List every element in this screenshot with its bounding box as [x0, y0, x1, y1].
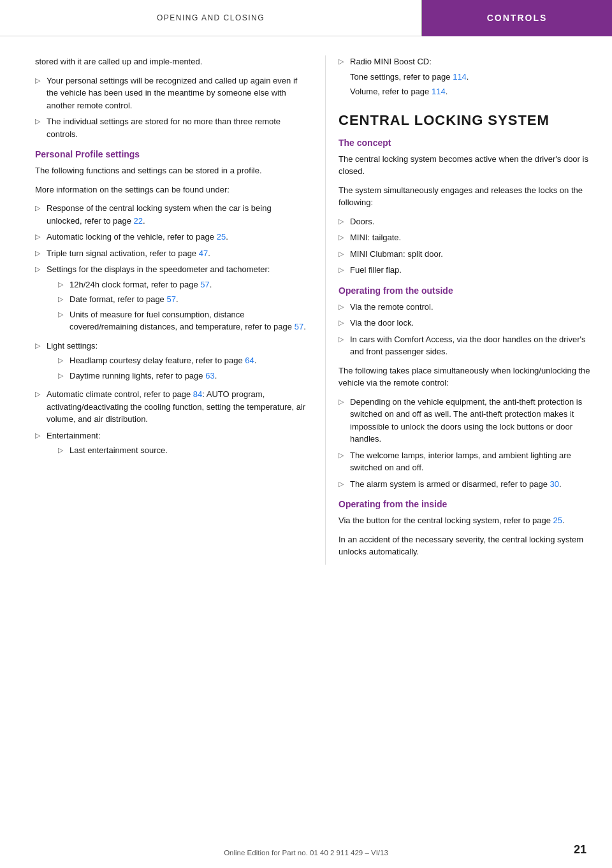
- list-item: ▷ Entertainment: ▷ Last entertainment so…: [35, 430, 306, 459]
- bullet-arrow-icon: ▷: [339, 396, 350, 407]
- list-item: ▷ Via the remote control.: [339, 301, 593, 314]
- page-number: 21: [574, 843, 586, 857]
- intro-text: stored with it are called up and imple-m…: [35, 55, 306, 68]
- page-link[interactable]: 84: [193, 389, 202, 399]
- bullet-text: 12h/24h clock format, refer to page 57.: [69, 278, 306, 291]
- bullet-text: Automatic climate control, refer to page…: [47, 388, 306, 426]
- bullet-arrow-icon: ▷: [35, 430, 47, 441]
- bullet-arrow-icon: ▷: [339, 334, 350, 345]
- list-item: ▷ Via the door lock.: [339, 317, 593, 329]
- page-header: OPENING AND CLOSING CONTROLS: [0, 0, 612, 36]
- page-link[interactable]: 64: [245, 356, 254, 365]
- page-link[interactable]: 57: [166, 294, 175, 304]
- operating-outside-text: The following takes place simultaneously…: [339, 365, 593, 389]
- personal-profile-heading: Personal Profile settings: [35, 149, 306, 159]
- main-content: stored with it are called up and imple-m…: [0, 36, 612, 603]
- list-item: ▷ Settings for the displays in the speed…: [35, 263, 306, 336]
- outside-remote-bullets-list: ▷ Depending on the vehicle equipment, th…: [339, 396, 593, 491]
- bullet-arrow-icon: ▷: [339, 232, 350, 243]
- bullet-text: MINI Clubman: split door.: [350, 248, 593, 261]
- list-item: ▷ Headlamp courtesy delay feature, refer…: [58, 354, 306, 367]
- list-item: Tone settings, refer to page 114.: [350, 71, 593, 83]
- bullet-text: Triple turn signal activation, refer to …: [47, 247, 306, 260]
- left-column: stored with it are called up and imple-m…: [0, 55, 325, 565]
- list-item: ▷ The welcome lamps, interior lamps, and…: [339, 449, 593, 474]
- page-link[interactable]: 57: [295, 322, 303, 331]
- operating-inside-heading: Operating from the inside: [339, 499, 593, 509]
- sub-bullet-list: ▷ 12h/24h clock format, refer to page 57…: [58, 278, 306, 333]
- operating-outside-bullets-list: ▷ Via the remote control. ▷ Via the door…: [339, 301, 593, 358]
- controls-label: CONTROLS: [487, 13, 548, 23]
- radio-bullet-list: ▷ Radio MINI Boost CD: Tone settings, re…: [339, 55, 593, 101]
- bullet-text: In cars with Comfort Access, via the doo…: [350, 333, 593, 358]
- concept-heading: The concept: [339, 138, 593, 148]
- page-link[interactable]: 25: [553, 516, 562, 525]
- bullet-arrow-icon: ▷: [339, 301, 350, 312]
- concept-text-1: The central locking system becomes activ…: [339, 153, 593, 178]
- central-locking-heading: CENTRAL LOCKING SYSTEM: [339, 112, 593, 129]
- list-item: ▷ Your personal settings will be recogni…: [35, 75, 306, 112]
- page-link[interactable]: 114: [432, 87, 446, 96]
- bullet-arrow-icon: ▷: [35, 389, 47, 400]
- bullet-arrow-icon: ▷: [339, 216, 350, 227]
- sub-bullet-list: Tone settings, refer to page 114. Volume…: [350, 71, 593, 98]
- bullet-text: Last entertainment source.: [69, 444, 306, 457]
- operating-outside-heading: Operating from the outside: [339, 286, 593, 296]
- right-column: ▷ Radio MINI Boost CD: Tone settings, re…: [325, 55, 612, 565]
- page-link[interactable]: 114: [453, 72, 467, 82]
- opening-closing-label: OPENING AND CLOSING: [157, 13, 265, 22]
- page-link[interactable]: 25: [217, 232, 226, 242]
- bullet-text: Light settings: ▷ Headlamp courtesy dela…: [47, 340, 306, 385]
- bullet-text: Via the remote control.: [350, 301, 593, 314]
- bullet-text: MINI: tailgate.: [350, 231, 593, 244]
- bullet-arrow-icon: ▷: [58, 279, 69, 290]
- list-item: ▷ Radio MINI Boost CD: Tone settings, re…: [339, 55, 593, 101]
- bullet-text: Doors.: [350, 215, 593, 228]
- personal-profile-text-1: The following functions and settings can…: [35, 164, 306, 177]
- sub-bullet-list: ▷ Last entertainment source.: [58, 444, 306, 457]
- bullet-text: Radio MINI Boost CD: Tone settings, refe…: [350, 55, 593, 101]
- bullet-arrow-icon: ▷: [58, 370, 69, 381]
- list-item: ▷ Doors.: [339, 215, 593, 228]
- sub-bullet-list: ▷ Headlamp courtesy delay feature, refer…: [58, 354, 306, 382]
- list-item: ▷ The individual settings are stored for…: [35, 115, 306, 140]
- list-item: ▷ Depending on the vehicle equipment, th…: [339, 396, 593, 445]
- intro-bullets: ▷ Your personal settings will be recogni…: [35, 75, 306, 141]
- bullet-text: Date format, refer to page 57.: [69, 293, 306, 306]
- bullet-arrow-icon: ▷: [339, 264, 350, 275]
- bullet-arrow-icon: ▷: [58, 309, 69, 320]
- page-link[interactable]: 22: [134, 216, 143, 226]
- bullet-arrow-icon: ▷: [35, 75, 47, 86]
- bullet-arrow-icon: ▷: [35, 264, 47, 275]
- list-item: ▷ Automatic climate control, refer to pa…: [35, 388, 306, 426]
- bullet-text: Daytime running lights, refer to page 63…: [69, 370, 306, 382]
- page-footer: Online Edition for Part no. 01 40 2 911 …: [0, 849, 612, 857]
- bullet-arrow-icon: ▷: [339, 450, 350, 461]
- bullet-text: Fuel filler flap.: [350, 264, 593, 277]
- bullet-text: Via the door lock.: [350, 317, 593, 329]
- bullet-arrow-icon: ▷: [58, 294, 69, 305]
- list-item: ▷ Automatic locking of the vehicle, refe…: [35, 231, 306, 243]
- list-item: ▷ The alarm system is armed or disarmed,…: [339, 478, 593, 491]
- page-link[interactable]: 63: [205, 371, 214, 380]
- list-item: ▷ Response of the central locking system…: [35, 202, 306, 227]
- bullet-arrow-icon: ▷: [35, 340, 47, 351]
- bullet-text: The welcome lamps, interior lamps, and a…: [350, 449, 593, 474]
- bullet-arrow-icon: ▷: [339, 479, 350, 489]
- bullet-text: Headlamp courtesy delay feature, refer t…: [69, 354, 306, 367]
- bullet-text: Response of the central locking system w…: [47, 202, 306, 227]
- bullet-text: Settings for the displays in the speedom…: [47, 263, 306, 336]
- bullet-arrow-icon: ▷: [35, 231, 47, 242]
- bullet-text: Depending on the vehicle equipment, the …: [350, 396, 593, 445]
- list-item: ▷ MINI: tailgate.: [339, 231, 593, 244]
- footer-text: Online Edition for Part no. 01 40 2 911 …: [224, 849, 388, 857]
- header-left-label: OPENING AND CLOSING: [0, 13, 421, 22]
- page-link[interactable]: 57: [200, 280, 209, 289]
- page-link[interactable]: 47: [199, 249, 208, 258]
- bullet-text: Entertainment: ▷ Last entertainment sour…: [47, 430, 306, 459]
- list-item: ▷ In cars with Comfort Access, via the d…: [339, 333, 593, 358]
- personal-profile-text-2: More information on the settings can be …: [35, 184, 306, 196]
- concept-bullets-list: ▷ Doors. ▷ MINI: tailgate. ▷ MINI Clubma…: [339, 215, 593, 277]
- page-link[interactable]: 30: [550, 479, 559, 489]
- list-item: ▷ Light settings: ▷ Headlamp courtesy de…: [35, 340, 306, 385]
